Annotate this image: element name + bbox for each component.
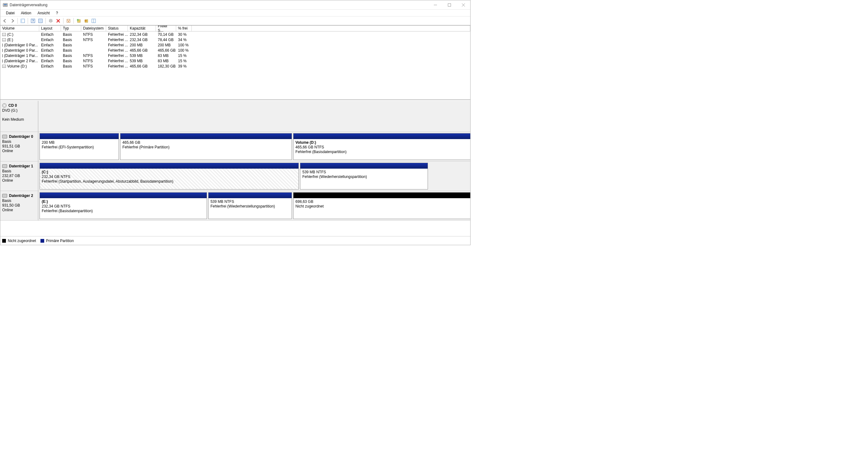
titlebar: Datenträgerverwaltung xyxy=(0,0,470,10)
partition[interactable]: (C:)232,34 GB NTFSFehlerfrei (Startparti… xyxy=(39,163,299,190)
volume-free: 83 MB xyxy=(156,54,176,58)
partition-header xyxy=(300,163,428,169)
forward-button[interactable] xyxy=(9,18,16,24)
volume-row[interactable]: (Datenträger 0 Par...EinfachBasisFehlerf… xyxy=(0,47,470,53)
refresh-button[interactable] xyxy=(37,18,44,24)
volume-layout: Einfach xyxy=(39,54,61,58)
volume-list-pane: Volume Layout Typ Dateisystem Status Kap… xyxy=(0,26,470,100)
partition[interactable]: 539 MB NTFSFehlerfrei (Wiederherstellung… xyxy=(208,192,292,219)
volume-pct: 100 % xyxy=(176,43,192,47)
legend-primary: Primäre Partition xyxy=(46,239,74,243)
partition-status: Fehlerfrei (Basisdatenpartition) xyxy=(296,150,469,154)
partition-body: (E:)232,34 GB NTFSFehlerfrei (Basisdaten… xyxy=(40,198,207,219)
help-button[interactable]: ? xyxy=(30,18,36,24)
volume-status: Fehlerfrei ... xyxy=(106,38,128,42)
volume-free: 200 MB xyxy=(156,43,176,47)
partition-status: Fehlerfrei (Wiederherstellungspartition) xyxy=(302,174,426,179)
disk-type: Basis xyxy=(2,198,36,203)
disk-info[interactable]: Datenträger 0Basis931,51 GBOnline xyxy=(0,132,38,161)
partition-size: 698,63 GB xyxy=(296,199,469,204)
disk-name: CD 0 xyxy=(8,103,17,108)
partition[interactable]: 465,66 GBFehlerfrei (Primäre Partition) xyxy=(120,133,292,160)
delete-icon[interactable] xyxy=(55,18,62,24)
rescan-disks-icon[interactable] xyxy=(47,18,54,24)
volume-name: (E:) xyxy=(7,38,13,42)
disk-info[interactable]: Datenträger 1Basis232,87 GBOnline xyxy=(0,161,38,191)
col-status[interactable]: Status xyxy=(106,26,128,31)
back-button[interactable] xyxy=(2,18,8,24)
new-partition-icon[interactable] xyxy=(75,18,82,24)
disk-name: Datenträger 2 xyxy=(9,194,33,198)
attach-vhd-icon[interactable] xyxy=(83,18,90,24)
partition-status: Nicht zugeordnet xyxy=(296,204,469,209)
partition-body: Volume (D:)465,66 GB NTFSFehlerfrei (Bas… xyxy=(293,139,470,160)
volume-type: Basis xyxy=(61,54,81,58)
window-controls xyxy=(428,0,470,9)
volume-list-header: Volume Layout Typ Dateisystem Status Kap… xyxy=(0,26,470,32)
content-area: Volume Layout Typ Dateisystem Status Kap… xyxy=(0,25,470,245)
col-type[interactable]: Typ xyxy=(61,26,81,31)
disk-partitions: (E:)232,34 GB NTFSFehlerfrei (Basisdaten… xyxy=(38,191,470,220)
partition[interactable]: Volume (D:)465,66 GB NTFSFehlerfrei (Bas… xyxy=(293,133,470,160)
volume-name: (Datenträger 0 Par... xyxy=(4,43,38,47)
show-hide-tree-button[interactable] xyxy=(19,18,26,24)
volume-row[interactable]: (Datenträger 0 Par...EinfachBasisFehlerf… xyxy=(0,42,470,47)
volume-row[interactable]: (Datenträger 1 Par...EinfachBasisNTFSFeh… xyxy=(0,53,470,58)
partition-status: Fehlerfrei (EFI-Systempartition) xyxy=(42,145,117,150)
close-button[interactable] xyxy=(456,0,470,9)
volume-icon xyxy=(2,54,3,57)
menu-file[interactable]: Datei xyxy=(3,10,18,16)
volume-status: Fehlerfrei ... xyxy=(106,54,128,58)
partition[interactable]: 539 MB NTFSFehlerfrei (Wiederherstellung… xyxy=(300,163,428,190)
legend-swatch-primary xyxy=(40,239,44,243)
volume-row[interactable]: (E:)EinfachBasisNTFSFehlerfrei ...232,34… xyxy=(0,37,470,42)
menubar: Datei Aktion Ansicht ? xyxy=(0,10,470,17)
menu-view[interactable]: Ansicht xyxy=(34,10,53,16)
volume-icon xyxy=(2,38,6,41)
partition-status: Fehlerfrei (Wiederherstellungspartition) xyxy=(210,204,290,209)
disk-info[interactable]: Datenträger 2Basis931,50 GBOnline xyxy=(0,191,38,220)
volume-capacity: 465,66 GB xyxy=(128,64,156,68)
partition[interactable]: (E:)232,34 GB NTFSFehlerfrei (Basisdaten… xyxy=(39,192,207,219)
minimize-button[interactable] xyxy=(428,0,442,9)
volume-row[interactable]: Volume (D:)EinfachBasisNTFSFehlerfrei ..… xyxy=(0,63,470,69)
volume-type: Basis xyxy=(61,48,81,53)
svg-rect-12 xyxy=(39,20,42,22)
col-pct[interactable]: % frei xyxy=(176,26,192,31)
partition-title: (C:) xyxy=(42,170,297,174)
menu-action[interactable]: Aktion xyxy=(18,10,34,16)
partition[interactable]: 698,63 GBNicht zugeordnet xyxy=(293,192,470,219)
cd-icon xyxy=(2,103,6,108)
volume-layout: Einfach xyxy=(39,32,61,37)
col-free[interactable]: Freier S... xyxy=(156,26,176,31)
partition-body: 200 MBFehlerfrei (EFI-Systempartition) xyxy=(40,139,119,160)
col-capacity[interactable]: Kapazität xyxy=(128,26,156,31)
volume-fs: NTFS xyxy=(81,59,106,63)
disk-name: Datenträger 0 xyxy=(9,134,33,139)
volume-type: Basis xyxy=(61,59,81,63)
volume-name: (Datenträger 0 Par... xyxy=(4,48,38,53)
disk-row: CD 0DVD (G:)Kein Medium xyxy=(0,101,470,132)
partition-size: 465,66 GB NTFS xyxy=(296,145,469,150)
col-layout[interactable]: Layout xyxy=(39,26,61,31)
partition-body: 539 MB NTFSFehlerfrei (Wiederherstellung… xyxy=(300,169,428,189)
menu-help[interactable]: ? xyxy=(53,10,61,16)
disk-info[interactable]: CD 0DVD (G:)Kein Medium xyxy=(0,101,38,132)
volume-row[interactable]: (Datenträger 2 Par...EinfachBasisNTFSFeh… xyxy=(0,58,470,63)
volume-capacity: 465,66 GB xyxy=(128,48,156,53)
partition-size: 539 MB NTFS xyxy=(302,170,426,174)
detach-vhd-icon[interactable] xyxy=(90,18,97,24)
volume-icon xyxy=(2,59,3,63)
partition-status: Fehlerfrei (Basisdatenpartition) xyxy=(42,209,205,214)
properties-icon[interactable] xyxy=(65,18,72,24)
maximize-button[interactable] xyxy=(442,0,456,9)
disk-status: Online xyxy=(2,178,36,183)
col-filesystem[interactable]: Dateisystem xyxy=(81,26,106,31)
volume-capacity: 232,34 GB xyxy=(128,38,156,42)
volume-row[interactable]: (C:)EinfachBasisNTFSFehlerfrei ...232,34… xyxy=(0,32,470,37)
volume-capacity: 539 MB xyxy=(128,59,156,63)
volume-name: (Datenträger 1 Par... xyxy=(4,54,38,58)
col-volume[interactable]: Volume xyxy=(0,26,39,31)
legend: Nicht zugeordnet Primäre Partition xyxy=(0,236,470,245)
partition[interactable]: 200 MBFehlerfrei (EFI-Systempartition) xyxy=(39,133,119,160)
